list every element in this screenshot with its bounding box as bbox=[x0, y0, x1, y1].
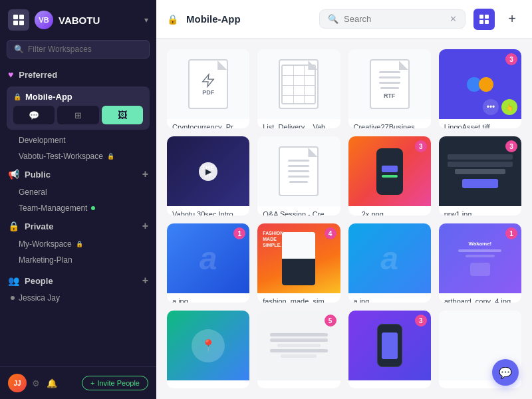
file-card-notes[interactable]: 5 bbox=[257, 311, 340, 388]
sidebar-item-marketing-plan[interactable]: Marketing-Plan bbox=[0, 252, 156, 268]
add-file-button[interactable]: + bbox=[503, 10, 521, 29]
search-clear-icon[interactable]: ✕ bbox=[450, 14, 457, 24]
sidebar-header: VB VABOTU ▾ bbox=[0, 0, 156, 40]
add-public-button[interactable]: + bbox=[142, 168, 148, 180]
chat-icon: 💬 bbox=[499, 366, 512, 379]
my-workspace-label: My-Workspace bbox=[19, 239, 72, 249]
file-name-qa: Q&A Session - Creative27... bbox=[257, 206, 340, 215]
preferred-label: Preferred bbox=[19, 70, 57, 80]
badge-artboard: 1 bbox=[505, 227, 517, 239]
lock-icon-small: 🔒 bbox=[107, 153, 114, 160]
public-section: 📢 Public + bbox=[0, 164, 156, 184]
badge-2x: 3 bbox=[415, 140, 427, 152]
online-indicator bbox=[91, 206, 95, 210]
file-grid: PDF Cryptocurrency_Project_... bbox=[156, 39, 532, 399]
sidebar: VB VABOTU ▾ 🔍 ♥ Preferred 🔒 Mobile-App 💬… bbox=[0, 0, 156, 399]
file-card-rtf[interactable]: RTF Creative27BusinessPlan... bbox=[348, 49, 431, 128]
badge-mobile-purple: 3 bbox=[415, 315, 427, 327]
tab-image[interactable]: 🖼 bbox=[102, 106, 143, 124]
people-label: People bbox=[25, 276, 53, 286]
grid-view-button[interactable] bbox=[473, 9, 495, 30]
svg-rect-5 bbox=[485, 15, 489, 19]
file-card-fashion[interactable]: FASHIONMADESIMPLE. 4 fashion_made_simple… bbox=[257, 223, 340, 303]
breadcrumb-lock-icon: 🔒 bbox=[167, 14, 178, 25]
search-icon: 🔍 bbox=[14, 45, 24, 54]
file-card-map[interactable]: 📍 bbox=[167, 311, 249, 388]
search-input[interactable] bbox=[344, 14, 444, 24]
svg-rect-7 bbox=[485, 20, 489, 24]
user-cursor-icon: 👆 bbox=[501, 99, 517, 115]
app-logo-icon bbox=[8, 9, 29, 31]
tab-chat[interactable]: 💬 bbox=[13, 106, 55, 124]
people-section: 👥 People + bbox=[0, 271, 156, 291]
sidebar-item-development[interactable]: Development bbox=[0, 132, 156, 148]
file-name-a2: a.jpg bbox=[348, 293, 431, 303]
general-label: General bbox=[19, 188, 47, 197]
file-card-lingo[interactable]: ••• 👆 3 LingoAsset.tiff bbox=[439, 49, 521, 128]
badge-fashion: 4 bbox=[325, 227, 336, 239]
svg-marker-8 bbox=[203, 74, 214, 86]
file-card-a1[interactable]: a 1 a.jpg bbox=[167, 223, 249, 303]
file-card-xlsx[interactable]: List_Delivery__Vabotu.xlsx bbox=[257, 49, 340, 128]
workspace-filter-input[interactable] bbox=[28, 45, 142, 54]
lock-icon: 🔒 bbox=[13, 93, 21, 100]
file-card-a2[interactable]: a a.jpg bbox=[348, 223, 431, 303]
plus-icon: + bbox=[90, 379, 94, 387]
settings-icons: ⚙ 🔔 bbox=[32, 378, 57, 388]
file-name-lingo: LingoAsset.tiff bbox=[439, 119, 521, 128]
add-private-button[interactable]: + bbox=[142, 220, 148, 232]
sidebar-item-my-workspace[interactable]: My-Workspace 🔒 bbox=[0, 236, 156, 252]
people-icon: 👥 bbox=[8, 275, 19, 286]
file-card-prw1[interactable]: 3 prw1.jpg bbox=[439, 136, 521, 215]
jessica-name: Jessica Jay bbox=[19, 293, 60, 303]
jessica-status-dot bbox=[11, 296, 15, 300]
file-name-map bbox=[167, 380, 249, 388]
svg-rect-2 bbox=[13, 21, 18, 25]
svg-rect-0 bbox=[13, 15, 18, 19]
preferred-section: ♥ Preferred bbox=[0, 65, 156, 84]
add-people-button[interactable]: + bbox=[142, 275, 148, 287]
main-header: 🔒 Mobile-App 🔍 ✕ + bbox=[156, 0, 532, 39]
private-section: 🔒 Private + bbox=[0, 216, 156, 236]
sidebar-app-title: VABOTU bbox=[59, 15, 139, 26]
lock-my-icon: 🔒 bbox=[76, 241, 83, 247]
private-label: Private bbox=[25, 221, 53, 231]
sidebar-item-general[interactable]: General bbox=[0, 184, 156, 200]
svg-rect-1 bbox=[19, 15, 24, 19]
file-name-notes bbox=[257, 380, 340, 388]
mobile-app-workspace[interactable]: 🔒 Mobile-App 💬 ⊞ 🖼 bbox=[7, 86, 150, 130]
public-label: Public bbox=[25, 170, 51, 180]
vabotu-test-label: Vabotu-Test-Workspace bbox=[19, 152, 103, 161]
file-name-crypto: Cryptocurrency_Project_... bbox=[167, 119, 249, 128]
file-name-rtf: Creative27BusinessPlan... bbox=[348, 119, 431, 128]
invite-people-button[interactable]: + Invite People bbox=[82, 376, 148, 390]
file-card-mobile-purple[interactable]: 3 bbox=[348, 311, 431, 388]
svg-rect-6 bbox=[479, 20, 483, 24]
sidebar-item-vabotu-test[interactable]: Vabotu-Test-Workspace 🔒 bbox=[0, 148, 156, 164]
development-label: Development bbox=[19, 136, 66, 145]
file-card-crypto[interactable]: PDF Cryptocurrency_Project_... bbox=[167, 49, 249, 128]
file-card-2x[interactable]: 3 __2x.png bbox=[348, 136, 431, 215]
chevron-down-icon[interactable]: ▾ bbox=[144, 15, 148, 25]
svg-rect-3 bbox=[19, 21, 24, 25]
main-content: 🔒 Mobile-App 🔍 ✕ + P bbox=[156, 0, 532, 399]
file-card-qa[interactable]: Q&A Session - Creative27... bbox=[257, 136, 340, 215]
file-card-video[interactable]: THE OF ▶ Vabotu 30sec Intro.mp4 bbox=[167, 136, 249, 215]
user-avatar: VB bbox=[35, 11, 53, 29]
megaphone-icon: 📢 bbox=[8, 169, 19, 180]
svg-rect-4 bbox=[479, 15, 483, 19]
sidebar-item-jessica[interactable]: Jessica Jay bbox=[0, 291, 156, 305]
tab-grid[interactable]: ⊞ bbox=[57, 106, 98, 124]
heart-icon: ♥ bbox=[8, 69, 13, 80]
settings-icon[interactable]: ⚙ bbox=[32, 378, 40, 388]
badge-lingo: 3 bbox=[505, 53, 517, 65]
chat-fab-button[interactable]: 💬 bbox=[492, 359, 519, 386]
file-name-video: Vabotu 30sec Intro.mp4 bbox=[167, 206, 249, 215]
kebab-menu-icon[interactable]: ••• bbox=[483, 99, 499, 115]
bell-icon[interactable]: 🔔 bbox=[47, 378, 57, 388]
badge-prw1: 3 bbox=[505, 140, 517, 152]
file-card-artboard[interactable]: Wakame! 1 artboard_copy_4.jpg bbox=[439, 223, 521, 303]
file-name-xlsx: List_Delivery__Vabotu.xlsx bbox=[257, 119, 340, 128]
sidebar-item-team-management[interactable]: Team-Management bbox=[0, 200, 156, 216]
team-management-label: Team-Management bbox=[19, 203, 87, 213]
